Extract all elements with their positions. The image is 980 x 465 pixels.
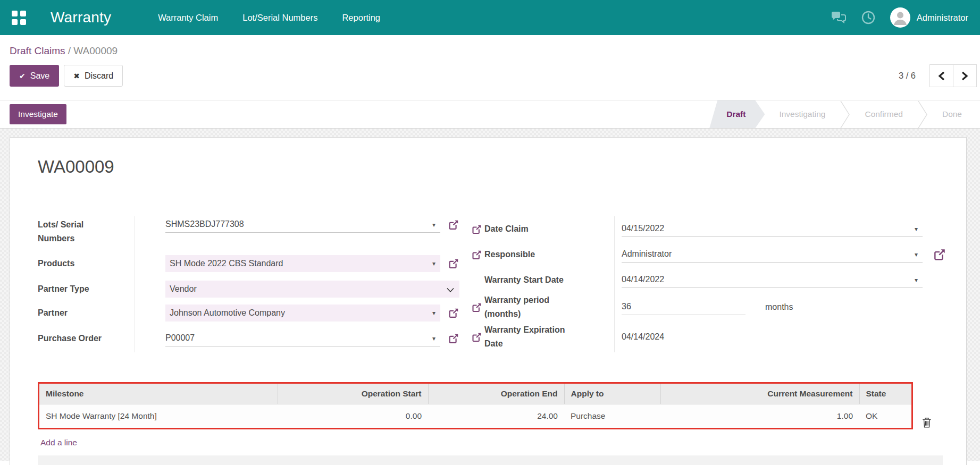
partner-type-select[interactable]: Vendor (165, 281, 459, 298)
menu-warranty-claim[interactable]: Warranty Claim (158, 13, 218, 23)
date-claim-input[interactable]: 04/15/2022 (622, 221, 923, 237)
column-header-operation-start: Operation Start (278, 384, 428, 404)
field-label-responsible: Responsible (484, 242, 615, 267)
messages-icon[interactable] (831, 11, 847, 24)
field-label-products: Products (38, 250, 135, 277)
field-label-date-claim: Date Claim (484, 216, 615, 242)
status-pipeline: Draft Investigating Confirmed Done (709, 100, 980, 128)
user-name: Administrator (917, 13, 968, 23)
column-header-state: State (859, 384, 911, 404)
external-link-icon[interactable] (448, 258, 459, 269)
main-menu: Warranty Claim Lot/Serial Numbers Report… (158, 13, 380, 23)
control-panel: Draft Claims / WA00009 ✔ Save ✖ Discard … (0, 35, 980, 100)
field-label-lots-serial: Lots/ Serial Numbers (38, 216, 135, 250)
external-link-icon[interactable] (471, 302, 482, 313)
form-view-background: WA00009 Lots/ Serial Numbers SHMS23BDJ77… (0, 129, 980, 461)
responsible-input[interactable]: Administrator (622, 247, 923, 263)
breadcrumb-current: WA00009 (73, 45, 118, 56)
breadcrumb-parent[interactable]: Draft Claims (10, 45, 65, 56)
add-a-line-link[interactable]: Add a line (40, 438, 77, 447)
x-icon: ✖ (73, 72, 80, 80)
record-title: WA00009 (38, 157, 945, 177)
external-link-icon[interactable] (933, 248, 947, 261)
avatar (890, 7, 910, 28)
external-link-icon[interactable] (471, 224, 482, 235)
cell-operation-start[interactable]: 0.00 (278, 404, 428, 428)
statusbar-row: Investigate Draft Investigating Confirme… (0, 100, 980, 129)
top-navbar: Warranty Warranty Claim Lot/Serial Numbe… (0, 0, 980, 35)
discard-button[interactable]: ✖ Discard (64, 65, 123, 87)
purchase-order-input[interactable]: P00007 (165, 331, 440, 346)
user-menu[interactable]: Administrator (890, 7, 968, 28)
cell-milestone[interactable]: SH Mode Warranty [24 Month] (39, 404, 278, 428)
pager-previous-button[interactable] (929, 64, 953, 87)
menu-lot-serial-numbers[interactable]: Lot/Serial Numbers (242, 13, 317, 23)
chevron-down-icon (447, 285, 454, 294)
save-button[interactable]: ✔ Save (10, 65, 59, 87)
warranty-period-input[interactable]: 36 (622, 299, 746, 315)
status-step-done[interactable]: Done (928, 100, 980, 128)
chevron-separator-icon (840, 100, 850, 128)
field-label-warranty-period: Warranty period (months) (484, 293, 615, 322)
cell-operation-end[interactable]: 24.00 (428, 404, 564, 428)
chevron-separator-icon (917, 100, 928, 128)
lots-serial-input[interactable]: SHMS23BDJ777308 (165, 217, 440, 233)
cell-state[interactable]: OK (859, 404, 911, 428)
column-header-operation-end: Operation End (428, 384, 564, 404)
status-step-draft[interactable]: Draft (709, 100, 765, 128)
external-link-icon[interactable] (471, 249, 482, 260)
warranty-expiration-date-value: 04/14/2024 (622, 329, 923, 345)
status-step-investigating[interactable]: Investigating (765, 100, 840, 128)
external-link-icon[interactable] (448, 333, 459, 344)
breadcrumb: Draft Claims / WA00009 (0, 35, 980, 59)
cell-current-measurement[interactable]: 1.00 (660, 404, 859, 428)
activities-clock-icon[interactable] (861, 11, 875, 24)
milestones-table: Milestone Operation Start Operation End … (39, 384, 911, 428)
milestones-header-row: Milestone Operation Start Operation End … (39, 384, 911, 404)
app-title[interactable]: Warranty (51, 9, 111, 26)
column-header-apply-to: Apply to (564, 384, 660, 404)
warranty-period-unit: months (765, 302, 793, 312)
pager-value: 3 / 6 (899, 71, 916, 81)
field-label-partner: Partner (38, 301, 135, 325)
partner-input[interactable]: Johnson Automotive Company (165, 305, 440, 322)
pager-next-button[interactable] (953, 64, 977, 87)
menu-reporting[interactable]: Reporting (342, 13, 380, 23)
column-header-milestone: Milestone (39, 384, 278, 404)
form-column-right: Date Claim 04/15/2022 Responsible Admini… (471, 216, 947, 352)
external-link-icon[interactable] (471, 332, 482, 343)
field-label-partner-type: Partner Type (38, 277, 135, 301)
milestone-row[interactable]: SH Mode Warranty [24 Month] 0.00 24.00 P… (39, 404, 911, 428)
column-header-current-measurement: Current Measurement (660, 384, 859, 404)
field-label-warranty-expiration-date: Warranty Expiration Date (484, 322, 615, 352)
cell-apply-to[interactable]: Purchase (564, 404, 660, 428)
warranty-start-date-input[interactable]: 04/14/2022 (622, 272, 923, 288)
breadcrumb-separator: / (68, 45, 74, 56)
field-label-purchase-order: Purchase Order (38, 325, 135, 352)
products-input[interactable]: SH Mode 2022 CBS Standard (165, 255, 440, 272)
field-label-warranty-start-date: Warranty Start Date (484, 267, 615, 293)
form-sheet: WA00009 Lots/ Serial Numbers SHMS23BDJ77… (10, 137, 967, 465)
pager: 3 / 6 (899, 64, 977, 87)
form-column-left: Lots/ Serial Numbers SHMS23BDJ777308 Pro… (38, 216, 462, 352)
apps-menu-icon[interactable] (12, 11, 26, 25)
investigate-button[interactable]: Investigate (10, 104, 66, 124)
next-section-strip (38, 455, 943, 465)
delete-row-trash-icon[interactable] (922, 417, 932, 430)
status-step-confirmed[interactable]: Confirmed (850, 100, 917, 128)
external-link-icon[interactable] (448, 219, 459, 231)
external-link-icon[interactable] (448, 307, 459, 319)
milestones-table-highlight: Milestone Operation Start Operation End … (38, 382, 913, 429)
check-icon: ✔ (19, 72, 26, 80)
